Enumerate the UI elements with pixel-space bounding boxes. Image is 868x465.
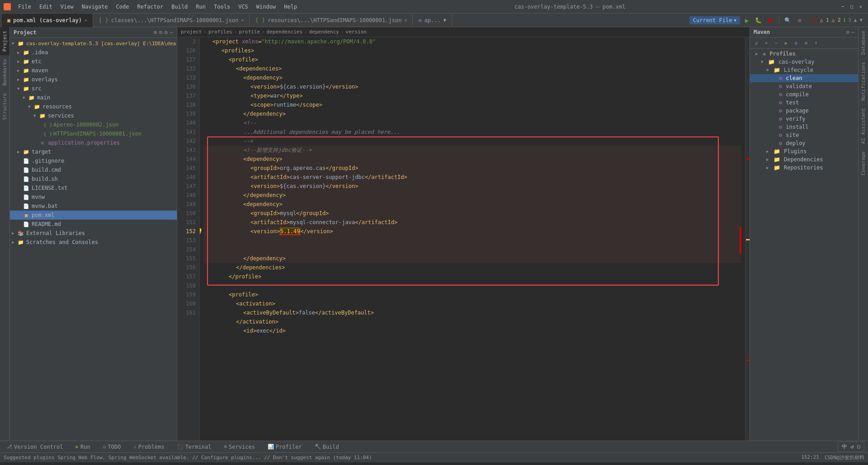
- tree-readme[interactable]: 📄 README.md: [10, 220, 177, 229]
- menu-build[interactable]: Build: [168, 3, 191, 11]
- menu-tools[interactable]: Tools: [210, 3, 234, 11]
- run-panel-button[interactable]: ▶ Run: [73, 443, 93, 451]
- notifications-tab[interactable]: Notifications: [859, 58, 868, 104]
- maven-clean[interactable]: ⚙ clean: [750, 74, 858, 82]
- maven-repositories[interactable]: ▶ 📁 Repositories: [750, 164, 858, 172]
- maven-plugins[interactable]: ▶ 📁 Plugins: [750, 147, 858, 155]
- tree-mvnwbat[interactable]: 📄 mvnw.bat: [10, 202, 177, 211]
- tree-gitignore[interactable]: 📄 .gitignore: [10, 156, 177, 165]
- menu-navigate[interactable]: Navigate: [78, 3, 112, 11]
- collapse-button[interactable]: ≡: [159, 29, 163, 36]
- problems-button[interactable]: ⚠ Problems: [131, 443, 167, 451]
- code-editor[interactable]: <project xmlns="http://maven.apache.org/…: [200, 37, 745, 441]
- menu-help[interactable]: Help: [280, 3, 301, 11]
- maven-compile[interactable]: ⚙ compile: [750, 90, 858, 99]
- maven-skip-button[interactable]: ⊘: [792, 38, 801, 47]
- version-control-button[interactable]: ⎇ Version Control: [4, 443, 66, 451]
- menu-run[interactable]: Run: [192, 3, 209, 11]
- lightbulb-icon[interactable]: 💡: [200, 227, 203, 236]
- menu-window[interactable]: Window: [253, 3, 279, 11]
- encoding-info[interactable]: CSDN@沙发扒材料: [825, 454, 864, 461]
- tree-resources[interactable]: ▼ 📁 resources: [10, 102, 177, 111]
- cursor-position[interactable]: 152:21: [801, 454, 819, 461]
- menu-edit[interactable]: Edit: [36, 3, 56, 11]
- maven-run-button[interactable]: ▶: [782, 38, 791, 47]
- maven-add-button[interactable]: +: [762, 38, 771, 47]
- profiler-button[interactable]: 📊 Profiler: [265, 443, 305, 451]
- maximize-button[interactable]: □: [848, 3, 855, 10]
- build-button[interactable]: 🔨 Build: [312, 443, 342, 451]
- terminal-button[interactable]: ⬛ Terminal: [175, 443, 214, 451]
- nav-down-icon[interactable]: ▼: [859, 17, 863, 23]
- warning1-count[interactable]: △ 1: [820, 17, 829, 23]
- menu-file[interactable]: File: [14, 3, 35, 11]
- current-file-button[interactable]: Current File ▼: [689, 16, 740, 24]
- tree-services[interactable]: ▼ 📁 services: [10, 111, 177, 120]
- maven-remove-button[interactable]: −: [772, 38, 781, 47]
- tree-scratches[interactable]: ▶ 📁 Scratches and Consoles: [10, 238, 177, 247]
- tree-https[interactable]: { } HTTPSandIMAPS-10000001.json: [10, 129, 177, 138]
- maven-collapse-button[interactable]: ≡: [802, 38, 811, 47]
- minimize-sidebar-button[interactable]: —: [170, 29, 173, 36]
- breadcrumb-item-4[interactable]: dependencies: [267, 29, 302, 35]
- tree-target[interactable]: ▶ 📁 target: [10, 147, 177, 156]
- tree-extlibs[interactable]: ▶ 📚 External Libraries: [10, 229, 177, 238]
- stop-button[interactable]: ⏹: [765, 15, 775, 25]
- breadcrumb-item-3[interactable]: profile: [239, 29, 260, 35]
- coverage-tab[interactable]: Coverage: [859, 148, 868, 179]
- info-count[interactable]: ℹ 3: [844, 17, 851, 23]
- maven-refresh-button[interactable]: ↺: [752, 38, 761, 47]
- database-tab[interactable]: Database: [859, 27, 868, 58]
- ai-assistant-tab[interactable]: AI Assistant: [859, 104, 868, 147]
- tab-close-resources[interactable]: ✕: [404, 18, 407, 23]
- run-button[interactable]: ▶: [742, 15, 752, 25]
- menu-vcs[interactable]: VCS: [235, 3, 252, 11]
- error-count[interactable]: ⚠ 6: [808, 17, 817, 23]
- tree-appprops[interactable]: ≡ application.properties: [10, 138, 177, 147]
- bookmarks-tab[interactable]: Bookmarks: [0, 55, 9, 89]
- tree-buildcmd[interactable]: 📄 build.cmd: [10, 165, 177, 174]
- minimize-button[interactable]: ─: [839, 3, 846, 10]
- settings-button[interactable]: ⚙: [795, 15, 805, 25]
- tree-src[interactable]: ▼ 📁 src: [10, 84, 177, 93]
- breadcrumb-item-1[interactable]: project: [181, 29, 202, 35]
- menu-view[interactable]: View: [57, 3, 77, 11]
- tab-close-pom[interactable]: ✕: [85, 18, 87, 23]
- tab-resources-json[interactable]: { } resources\...\HTTPSandIMAPS-10000001…: [250, 14, 413, 27]
- maven-verify[interactable]: ⚙ verify: [750, 115, 858, 123]
- localize-button[interactable]: ⊕: [154, 29, 157, 36]
- tree-etc[interactable]: ▶ 📁 etc: [10, 57, 177, 66]
- tree-pomxml[interactable]: ▣ pom.xml: [10, 211, 177, 220]
- more-button[interactable]: ⚙: [164, 29, 168, 36]
- maven-minimize-icon[interactable]: —: [851, 29, 854, 35]
- maven-validate[interactable]: ⚙ validate: [750, 82, 858, 90]
- tab-ap[interactable]: ≡ ap... ▼: [413, 14, 452, 27]
- tab-close-classes[interactable]: ✕: [241, 18, 244, 23]
- maven-site[interactable]: ⚙ site: [750, 131, 858, 139]
- tree-maven[interactable]: ▶ 📁 maven: [10, 66, 177, 75]
- maven-cas-overlay[interactable]: ▼ 📁 cas-overlay: [750, 58, 858, 66]
- maven-settings-icon[interactable]: ⚙: [846, 29, 849, 35]
- tree-buildsh[interactable]: 📄 build.sh: [10, 174, 177, 183]
- services-button[interactable]: ≋ Services: [221, 443, 257, 451]
- close-button[interactable]: ✕: [857, 3, 864, 10]
- project-tab[interactable]: Project: [0, 27, 9, 55]
- maven-profiles[interactable]: ▶ ◈ Profiles: [750, 50, 858, 58]
- search-button[interactable]: 🔍: [783, 15, 793, 25]
- maven-test[interactable]: ⚙ test: [750, 99, 858, 107]
- breadcrumb-item-5[interactable]: dependency: [309, 29, 339, 35]
- nav-up-icon[interactable]: ▲: [854, 17, 857, 23]
- tab-classes-json[interactable]: { } classes\...\HTTPSandIMAPS-10000001.j…: [93, 14, 250, 27]
- menu-code[interactable]: Code: [113, 3, 133, 11]
- structure-tab[interactable]: Structure: [0, 89, 9, 124]
- menu-refactor[interactable]: Refactor: [133, 3, 167, 11]
- todo-button[interactable]: ☑ TODO: [100, 443, 124, 451]
- tree-mvnw[interactable]: 📄 mvnw: [10, 193, 177, 202]
- tree-idea[interactable]: ▶ 📁 .idea: [10, 48, 177, 57]
- tree-main[interactable]: ▼ 📁 main: [10, 93, 177, 102]
- maven-dependencies[interactable]: ▶ 📁 Dependencies: [750, 155, 858, 164]
- maven-lifecycle[interactable]: ▼ 📁 Lifecycle: [750, 66, 858, 74]
- warning2-count[interactable]: △ 2: [832, 17, 841, 23]
- debug-button[interactable]: 🐛: [754, 15, 764, 25]
- tree-overlays[interactable]: ▶ 📁 overlays: [10, 75, 177, 84]
